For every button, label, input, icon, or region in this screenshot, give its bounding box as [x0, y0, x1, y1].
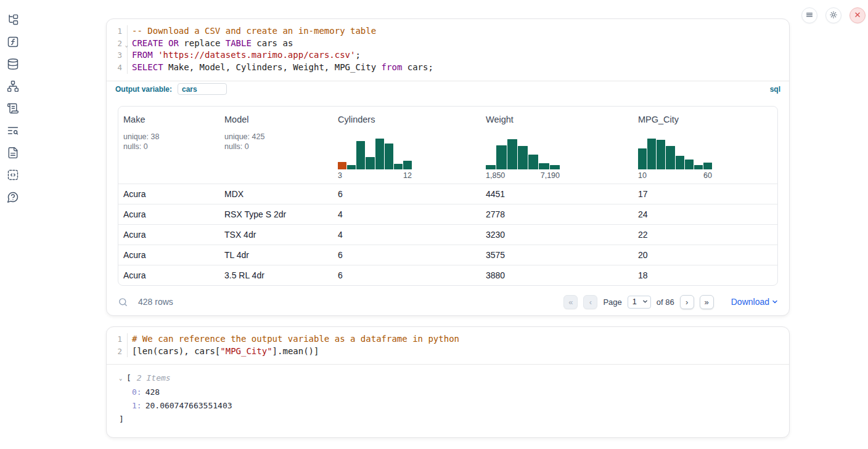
settings-button[interactable] — [825, 7, 841, 23]
open-bracket: [ — [126, 371, 131, 385]
line-number: 2⌄ — [107, 38, 128, 50]
column-header-weight[interactable]: Weight 1,850 7,190 — [481, 115, 633, 184]
next-page-button[interactable]: › — [680, 295, 694, 309]
sidebar-item-logs-search[interactable] — [7, 124, 19, 137]
cell-weight: 2778 — [481, 209, 633, 219]
hamburger-icon — [805, 10, 814, 21]
histogram-range: 1,850 7,190 — [486, 171, 560, 180]
mpg-city-histogram[interactable]: 10 60 — [638, 136, 712, 184]
line-number: 3 — [107, 49, 128, 62]
column-header-make[interactable]: Make unique: 38 nulls: 0 — [118, 115, 219, 184]
code-snippet-icon — [7, 169, 19, 181]
language-badge: sql — [770, 85, 780, 94]
histogram-bar — [539, 163, 549, 169]
code-token: ; — [355, 50, 360, 60]
file-tree-icon — [7, 14, 19, 26]
table-row[interactable]: Acura TSX 4dr 4 3230 22 — [118, 224, 777, 245]
cell-cylinders: 6 — [333, 189, 481, 199]
sql-cell[interactable]: 1 -- Download a CSV and create an in-mem… — [106, 18, 790, 316]
cell-model: MDX — [219, 189, 333, 199]
line-number: 4 — [107, 62, 128, 74]
gear-icon — [829, 10, 838, 21]
code-text: SELECT Make, Model, Cylinders, Weight, M… — [128, 62, 433, 74]
line-number: 2 — [107, 346, 128, 358]
code-text: CREATE OR replace TABLE cars as — [128, 38, 293, 50]
chevron-down-icon[interactable]: ⌄ — [119, 371, 124, 385]
search-icon[interactable] — [118, 297, 128, 307]
cell-cylinders: 6 — [333, 270, 481, 280]
close-x-icon — [853, 10, 862, 21]
cell-weight: 3230 — [481, 230, 633, 240]
double-chevron-left-icon: « — [568, 298, 573, 306]
table-row[interactable]: Acura RSX Type S 2dr 4 2778 24 — [118, 204, 777, 224]
entry-key: 0: — [132, 387, 142, 397]
code-token: cars as — [252, 38, 293, 48]
output-variable-input[interactable] — [178, 83, 227, 95]
code-token: cars; — [402, 62, 433, 72]
database-icon — [7, 58, 19, 70]
code-token: ].mean()] — [272, 346, 319, 356]
page-total-label: of 86 — [657, 297, 674, 307]
sidebar-item-documentation[interactable] — [7, 147, 19, 159]
sidebar-item-help[interactable] — [7, 191, 19, 203]
code-token: -- Download a CSV and create an in-memor… — [132, 26, 376, 36]
last-page-button[interactable]: » — [700, 295, 714, 309]
column-header-mpg-city[interactable]: MPG_City 10 60 — [633, 115, 777, 184]
code-line: 1 # We can reference the output variable… — [107, 333, 789, 346]
chevron-down-icon — [772, 297, 778, 307]
histogram-bar — [518, 146, 528, 169]
histogram-bar — [638, 148, 647, 169]
code-token: TABLE — [226, 38, 252, 48]
histogram-range: 3 12 — [338, 171, 412, 180]
column-label: Model — [224, 115, 333, 124]
code-token — [153, 50, 158, 60]
cell-weight: 3880 — [481, 270, 633, 280]
chevron-left-icon: ‹ — [589, 298, 592, 306]
python-cell[interactable]: 1 # We can reference the output variable… — [106, 326, 790, 438]
column-label: Weight — [486, 115, 633, 124]
sidebar-item-functions[interactable] — [7, 36, 19, 48]
cell-mpg-city: 20 — [633, 250, 777, 260]
sidebar-item-snippets[interactable] — [7, 169, 19, 181]
prev-page-button[interactable]: ‹ — [583, 295, 597, 309]
table-row[interactable]: Acura TL 4dr 6 3575 20 — [118, 245, 777, 265]
cell-mpg-city: 18 — [633, 270, 777, 280]
histogram-bar — [486, 165, 496, 169]
python-code-editor[interactable]: 1 # We can reference the output variable… — [107, 327, 789, 364]
cell-model: TL 4dr — [219, 250, 333, 260]
cell-make: Acura — [118, 189, 219, 199]
page-select[interactable]: 1 — [628, 296, 651, 309]
sidebar-item-datasources[interactable] — [7, 58, 19, 70]
table-footer: 428 rows « ‹ Page 1 of 86 › » Download — [118, 286, 778, 316]
code-token: SELECT — [132, 62, 163, 72]
first-page-button[interactable]: « — [563, 295, 578, 309]
table-row[interactable]: Acura MDX 6 4451 17 — [118, 184, 777, 204]
page-label: Page — [603, 297, 621, 307]
sidebar-item-dependency-graph[interactable] — [7, 80, 19, 92]
tree-root-row[interactable]: ⌄ [ 2 Items — [119, 371, 779, 385]
close-button[interactable] — [850, 7, 866, 23]
sql-code-editor[interactable]: 1 -- Download a CSV and create an in-mem… — [107, 19, 789, 81]
sidebar-item-file-explorer[interactable] — [7, 14, 19, 26]
sidebar-item-scratchpad[interactable] — [7, 102, 19, 115]
chevron-down-icon — [642, 297, 648, 306]
code-token: CREATE — [132, 38, 163, 48]
histogram-bar — [685, 160, 694, 169]
entry-value: 20.060747663551403 — [145, 401, 232, 410]
weight-histogram[interactable]: 1,850 7,190 — [486, 136, 560, 184]
column-header-model[interactable]: Model unique: 425 nulls: 0 — [219, 115, 333, 184]
python-output: ⌄ [ 2 Items 0:428 1:20.060747663551403 ] — [107, 364, 789, 432]
cell-make: Acura — [118, 250, 219, 260]
tree-entry: 0:428 — [119, 386, 779, 399]
histogram-bar — [528, 155, 538, 169]
table-row[interactable]: Acura 3.5 RL 4dr 6 3880 18 — [118, 265, 777, 285]
code-text: -- Download a CSV and create an in-memor… — [128, 25, 376, 38]
download-menu[interactable]: Download — [731, 297, 778, 307]
column-header-cylinders[interactable]: Cylinders 3 12 — [333, 115, 481, 184]
network-icon — [7, 80, 19, 92]
cylinders-histogram[interactable]: 3 12 — [338, 136, 412, 184]
menu-button[interactable] — [801, 7, 817, 23]
histogram-bar — [550, 165, 560, 169]
histogram-bar — [496, 145, 506, 169]
cell-cylinders: 4 — [333, 230, 481, 240]
